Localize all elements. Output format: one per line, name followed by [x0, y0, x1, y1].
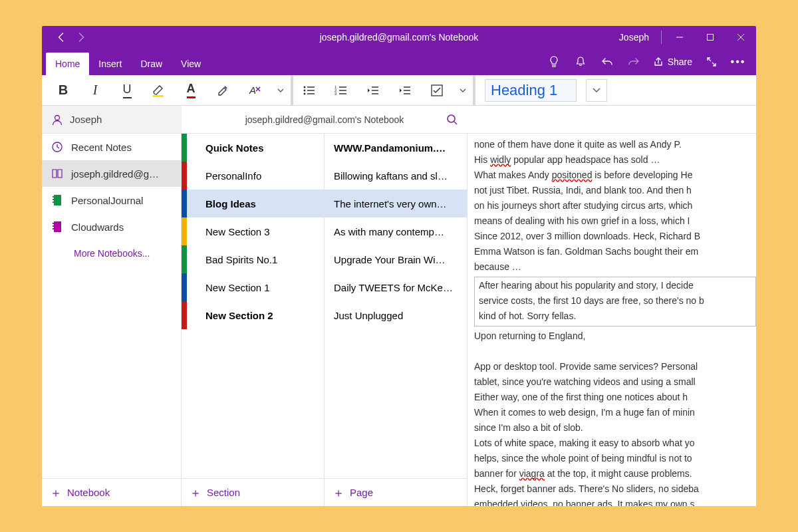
sections-column: Quick Notes PersonalInfo Blog Ideas New …	[182, 134, 325, 506]
section-item[interactable]: New Section 3	[182, 217, 324, 245]
heading-style-chevron[interactable]	[586, 79, 607, 102]
outdent-button[interactable]	[357, 75, 389, 106]
add-section-button[interactable]: ＋ Section	[182, 478, 324, 506]
page-item[interactable]: Billowing kaftans and sl…	[325, 162, 467, 190]
svg-point-5	[304, 89, 306, 91]
svg-rect-33	[53, 225, 54, 227]
tab-view[interactable]: View	[172, 53, 210, 75]
editor-line: embedded videos, no banner ads. It makes…	[474, 497, 756, 506]
bullet-list-button[interactable]	[293, 75, 325, 106]
notebook-item[interactable]: joseph.gildred@g…	[42, 160, 181, 187]
minimize-button[interactable]	[664, 26, 695, 49]
undo-button[interactable]	[600, 49, 614, 75]
lightbulb-icon[interactable]	[547, 49, 561, 75]
page-item[interactable]: Daily TWEETS for McKe…	[325, 273, 467, 301]
format-painter-button[interactable]	[207, 75, 239, 106]
section-label: PersonalInfo	[205, 170, 261, 182]
add-page-button[interactable]: ＋ Page	[325, 478, 467, 506]
page-item[interactable]: WWW.Pandamonium.…	[325, 134, 467, 162]
back-button[interactable]	[51, 27, 71, 47]
editor-line: helps, since the whole point of being mi…	[474, 452, 756, 466]
underline-button[interactable]: U	[111, 75, 143, 106]
redo-button[interactable]	[626, 49, 641, 75]
plus-icon: ＋	[50, 485, 62, 501]
page-item[interactable]: As with many contemp…	[325, 217, 467, 245]
italic-button[interactable]: I	[79, 75, 111, 106]
user-name[interactable]: Joseph	[619, 32, 649, 43]
section-item[interactable]: New Section 1	[182, 273, 324, 301]
more-icon[interactable]: •••	[731, 49, 745, 75]
tab-insert[interactable]: Insert	[89, 53, 131, 75]
editor-line: because …	[474, 260, 756, 274]
note-editor[interactable]: none of them have done it quite as well …	[467, 134, 756, 506]
editor-line: Heck, forget banner ads. There's No slid…	[474, 482, 756, 496]
todo-button[interactable]	[421, 75, 453, 106]
section-label: Bad Spirits No.1	[205, 254, 277, 265]
page-label: Upgrade Your Brain Wi…	[334, 254, 446, 265]
tab-home[interactable]: Home	[46, 53, 89, 75]
para-more-chevron[interactable]	[453, 75, 473, 106]
svg-rect-1	[708, 35, 714, 41]
title-bar: joseph.gildred@gmail.com's Notebook Jose…	[42, 26, 756, 49]
editor-line: means of dealing with his own grief in a…	[474, 214, 756, 228]
divider	[661, 31, 662, 44]
notebook-item[interactable]: PersonalJournal	[42, 187, 181, 213]
tab-label: Draw	[140, 59, 162, 69]
section-item[interactable]: Bad Spirits No.1	[182, 245, 324, 273]
section-label: New Section 1	[205, 282, 270, 293]
editor-line: Emma Watson is fan. Goldman Sachs bought…	[474, 245, 756, 259]
section-item[interactable]: Blog Ideas	[182, 190, 324, 217]
maximize-button[interactable]	[695, 26, 726, 49]
person-icon	[51, 114, 63, 126]
editor-line: Upon returning to England,	[474, 329, 756, 343]
clock-icon	[51, 141, 63, 153]
highlight-button[interactable]	[143, 75, 175, 106]
fullscreen-button[interactable]	[704, 49, 719, 75]
close-button[interactable]	[726, 26, 756, 49]
font-more-chevron[interactable]	[271, 75, 291, 106]
svg-rect-29	[53, 199, 54, 200]
page-label: The internet's very own…	[334, 198, 447, 209]
font-color-button[interactable]: A	[175, 75, 207, 106]
page-item[interactable]: Upgrade Your Brain Wi…	[325, 245, 467, 273]
account-header[interactable]: Joseph	[42, 106, 182, 133]
number-list-button[interactable]: 123	[325, 75, 357, 106]
tab-label: View	[181, 59, 201, 69]
add-label: Notebook	[67, 487, 110, 498]
indent-button[interactable]	[389, 75, 421, 106]
add-notebook-button[interactable]: ＋ Notebook	[42, 478, 181, 506]
editor-block: After hearing about his popularity and s…	[474, 277, 756, 327]
columns-header: Joseph joseph.gildred@gmail.com's Notebo…	[42, 106, 756, 134]
search-icon[interactable]	[446, 114, 458, 126]
add-label: Section	[207, 487, 240, 498]
clear-format-button[interactable]: A	[239, 75, 271, 106]
editor-line: Lots of white space, making it easy to a…	[474, 436, 756, 450]
tab-draw[interactable]: Draw	[131, 53, 172, 75]
section-item[interactable]: PersonalInfo	[182, 162, 324, 190]
svg-rect-34	[53, 228, 54, 229]
share-button[interactable]: Share	[653, 57, 692, 67]
list-item-label: Cloudwards	[71, 221, 124, 233]
editor-line: tablet, since you're watching videos and…	[474, 375, 756, 389]
section-item[interactable]: Quick Notes	[182, 134, 324, 162]
forward-button[interactable]	[71, 27, 91, 47]
list-item-label: Recent Notes	[71, 142, 132, 153]
editor-line: What makes Andy positoned is before deve…	[474, 168, 756, 182]
share-label: Share	[668, 57, 692, 67]
bell-icon[interactable]	[573, 49, 588, 75]
tab-label: Home	[55, 59, 80, 69]
editor-line: on his journeys short after studying cir…	[474, 199, 756, 213]
page-item[interactable]: Just Unplugged	[325, 301, 467, 329]
editor-line: banner for viagra at the top, it might c…	[474, 467, 756, 481]
section-item[interactable]: New Section 2	[182, 301, 324, 329]
section-label: Blog Ideas	[205, 198, 256, 209]
recent-notes-item[interactable]: Recent Notes	[42, 134, 181, 160]
bold-button[interactable]: B	[47, 75, 79, 106]
editor-line: since I'm also a bit of slob.	[474, 421, 756, 435]
notebook-item[interactable]: Cloudwards	[42, 213, 181, 240]
heading-style-select[interactable]: Heading 1	[485, 79, 577, 102]
more-notebooks-link[interactable]: More Notebooks...	[42, 240, 181, 267]
page-item[interactable]: The internet's very own…	[325, 190, 467, 217]
heading-style-label: Heading 1	[491, 82, 557, 99]
page-label: As with many contemp…	[334, 226, 444, 237]
